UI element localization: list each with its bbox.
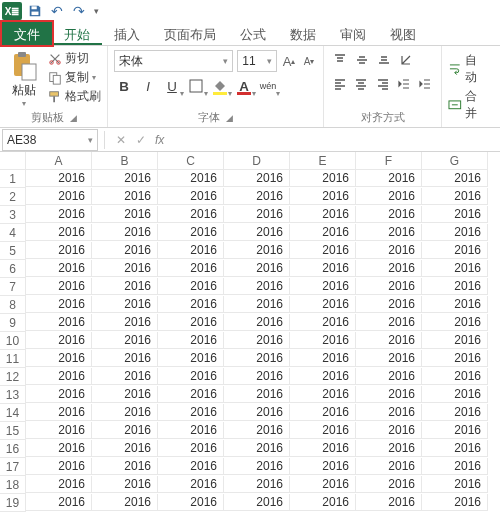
cell[interactable]: 2016 <box>158 314 224 331</box>
cell[interactable]: 2016 <box>224 404 290 421</box>
cell[interactable]: 2016 <box>92 422 158 439</box>
tab-review[interactable]: 审阅 <box>328 22 378 45</box>
tab-page-layout[interactable]: 页面布局 <box>152 22 228 45</box>
row-header[interactable]: 1 <box>0 170 26 188</box>
formula-enter-button[interactable]: ✓ <box>131 133 151 147</box>
tab-insert[interactable]: 插入 <box>102 22 152 45</box>
cell[interactable]: 2016 <box>158 188 224 205</box>
row-header[interactable]: 10 <box>0 332 26 350</box>
border-button[interactable]: ▾ <box>186 76 206 96</box>
column-header[interactable]: D <box>224 152 290 170</box>
row-header[interactable]: 3 <box>0 206 26 224</box>
row-header[interactable]: 16 <box>0 440 26 458</box>
cell[interactable]: 2016 <box>290 224 356 241</box>
cell[interactable]: 2016 <box>422 314 488 331</box>
cell[interactable]: 2016 <box>158 368 224 385</box>
row-header[interactable]: 5 <box>0 242 26 260</box>
cell[interactable]: 2016 <box>26 206 92 223</box>
increase-indent-button[interactable] <box>416 74 435 94</box>
column-header[interactable]: G <box>422 152 488 170</box>
tab-formulas[interactable]: 公式 <box>228 22 278 45</box>
cell[interactable]: 2016 <box>290 386 356 403</box>
cell[interactable]: 2016 <box>158 170 224 187</box>
cell[interactable]: 2016 <box>224 386 290 403</box>
cell[interactable]: 2016 <box>158 440 224 457</box>
undo-icon[interactable]: ↶ <box>48 2 66 20</box>
cell[interactable]: 2016 <box>26 476 92 493</box>
cell[interactable]: 2016 <box>158 242 224 259</box>
cell[interactable]: 2016 <box>422 170 488 187</box>
align-bottom-button[interactable] <box>374 50 394 70</box>
cell[interactable]: 2016 <box>92 368 158 385</box>
cell[interactable]: 2016 <box>158 422 224 439</box>
cell[interactable]: 2016 <box>422 476 488 493</box>
cell[interactable]: 2016 <box>158 494 224 511</box>
cell[interactable]: 2016 <box>290 440 356 457</box>
cell[interactable]: 2016 <box>92 476 158 493</box>
select-all-corner[interactable] <box>0 152 26 170</box>
cell[interactable]: 2016 <box>422 278 488 295</box>
cell[interactable]: 2016 <box>26 224 92 241</box>
cell[interactable]: 2016 <box>26 458 92 475</box>
cell[interactable]: 2016 <box>356 260 422 277</box>
cell[interactable]: 2016 <box>356 224 422 241</box>
cell[interactable]: 2016 <box>422 440 488 457</box>
cell[interactable]: 2016 <box>26 296 92 313</box>
align-right-button[interactable] <box>373 74 392 94</box>
shrink-font-button[interactable]: A▾ <box>301 50 317 72</box>
cell[interactable]: 2016 <box>422 188 488 205</box>
cell[interactable]: 2016 <box>26 440 92 457</box>
paste-dropdown-icon[interactable]: ▾ <box>6 99 42 108</box>
align-left-button[interactable] <box>330 74 349 94</box>
cell[interactable]: 2016 <box>26 422 92 439</box>
cell[interactable]: 2016 <box>356 242 422 259</box>
wrap-text-button[interactable]: 自动 <box>448 52 488 86</box>
row-header[interactable]: 14 <box>0 404 26 422</box>
cell[interactable]: 2016 <box>158 476 224 493</box>
save-icon[interactable] <box>26 2 44 20</box>
cell[interactable]: 2016 <box>422 404 488 421</box>
tab-home[interactable]: 开始 <box>52 22 102 45</box>
cell[interactable]: 2016 <box>356 404 422 421</box>
cell[interactable]: 2016 <box>158 206 224 223</box>
column-header[interactable]: E <box>290 152 356 170</box>
row-header[interactable]: 18 <box>0 476 26 494</box>
cell[interactable]: 2016 <box>290 332 356 349</box>
cell[interactable]: 2016 <box>92 206 158 223</box>
column-header[interactable]: C <box>158 152 224 170</box>
cell[interactable]: 2016 <box>422 332 488 349</box>
cell[interactable]: 2016 <box>224 368 290 385</box>
cell[interactable]: 2016 <box>422 242 488 259</box>
row-header[interactable]: 9 <box>0 314 26 332</box>
cell[interactable]: 2016 <box>92 278 158 295</box>
row-header[interactable]: 8 <box>0 296 26 314</box>
redo-icon[interactable]: ↷ <box>70 2 88 20</box>
cell[interactable]: 2016 <box>158 332 224 349</box>
tab-file[interactable]: 文件 <box>2 22 52 45</box>
cell[interactable]: 2016 <box>422 296 488 313</box>
cell[interactable]: 2016 <box>224 206 290 223</box>
cell[interactable]: 2016 <box>92 188 158 205</box>
cell[interactable]: 2016 <box>224 296 290 313</box>
cell[interactable]: 2016 <box>422 224 488 241</box>
cell[interactable]: 2016 <box>356 314 422 331</box>
cell[interactable]: 2016 <box>92 314 158 331</box>
cell[interactable]: 2016 <box>158 296 224 313</box>
cell[interactable]: 2016 <box>356 170 422 187</box>
format-painter-button[interactable]: 格式刷 <box>48 88 101 105</box>
cell[interactable]: 2016 <box>158 350 224 367</box>
row-header[interactable]: 11 <box>0 350 26 368</box>
cell[interactable]: 2016 <box>92 350 158 367</box>
align-middle-button[interactable] <box>352 50 372 70</box>
cell[interactable]: 2016 <box>224 458 290 475</box>
cell[interactable]: 2016 <box>92 404 158 421</box>
cell[interactable]: 2016 <box>158 404 224 421</box>
copy-button[interactable]: 复制▾ <box>48 69 101 86</box>
cell[interactable]: 2016 <box>26 404 92 421</box>
cell[interactable]: 2016 <box>92 170 158 187</box>
orientation-button[interactable] <box>396 50 416 70</box>
cell[interactable]: 2016 <box>26 260 92 277</box>
cell[interactable]: 2016 <box>224 494 290 511</box>
cell[interactable]: 2016 <box>26 386 92 403</box>
cell[interactable]: 2016 <box>92 494 158 511</box>
